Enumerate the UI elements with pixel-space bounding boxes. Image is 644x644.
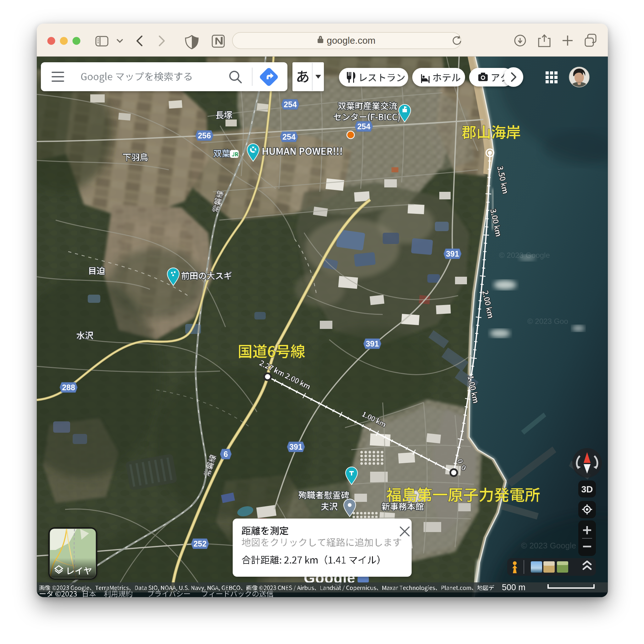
svg-text:254: 254	[282, 132, 296, 141]
svg-text:391: 391	[366, 339, 379, 348]
svg-text:3D: 3D	[581, 484, 593, 494]
svg-text:© 2023 Google: © 2023 Google	[499, 251, 550, 259]
svg-text:google.com: google.com	[327, 35, 375, 46]
svg-text:391: 391	[289, 442, 303, 451]
svg-text:288: 288	[62, 383, 75, 392]
svg-text:256: 256	[198, 131, 211, 140]
svg-text:254: 254	[357, 122, 370, 131]
svg-text:254: 254	[284, 100, 297, 109]
svg-text:6: 6	[224, 450, 228, 458]
svg-text:391: 391	[446, 249, 459, 258]
svg-text:© 2023 Google: © 2023 Google	[521, 541, 576, 550]
svg-text:500 m: 500 m	[502, 583, 525, 592]
svg-text:© 2023 Goo: © 2023 Goo	[527, 317, 568, 325]
svg-text:252: 252	[193, 539, 207, 548]
